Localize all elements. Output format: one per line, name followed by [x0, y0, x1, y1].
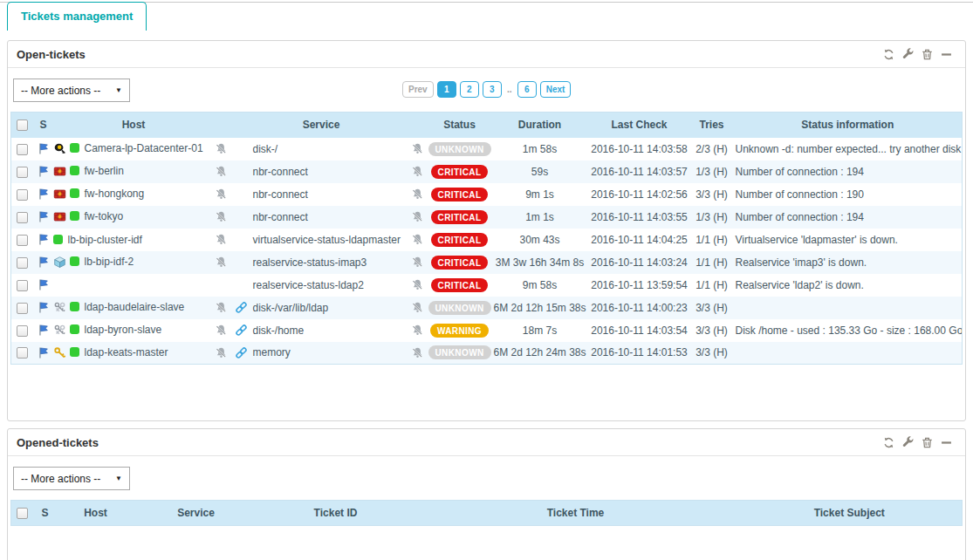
pagination-next[interactable]: Next: [540, 81, 572, 98]
column-severity: S: [34, 501, 57, 526]
service-link[interactable]: nbr-connect: [253, 211, 308, 223]
host-link[interactable]: ldap-keats-master: [85, 346, 168, 359]
open-tickets-table: S Host Service Status Duration Last Chec…: [10, 112, 963, 365]
select-all-checkbox[interactable]: [17, 508, 28, 519]
host-link[interactable]: fw-tokyo: [85, 210, 124, 222]
tries-cell: 3/3 (H): [690, 342, 734, 365]
link-icon[interactable]: [235, 301, 248, 314]
column-host: Host: [53, 113, 215, 138]
key-gold-icon: [53, 346, 66, 359]
bell-muted-icon: [215, 210, 228, 223]
duration-cell: 59s: [491, 160, 589, 183]
host-status-ok-square: [70, 211, 79, 221]
row-checkbox[interactable]: [17, 144, 28, 155]
pagination-6[interactable]: 6: [517, 81, 537, 98]
service-link[interactable]: disk-/var/lib/ldap: [253, 302, 329, 314]
link-icon[interactable]: [235, 346, 248, 359]
service-link[interactable]: nbr-connect: [253, 166, 308, 178]
tab-tickets-management[interactable]: Tickets management: [7, 2, 147, 31]
flag-icon: [37, 324, 50, 337]
host-link[interactable]: ldap-baudelaire-slave: [85, 301, 185, 313]
ticket-row: fw-hongkongnbr-connectCRITICAL9m 1s2016-…: [11, 183, 963, 206]
pagination-3[interactable]: 3: [483, 81, 502, 98]
opened-tickets-table: S Host Service Ticket ID Ticket Time Tic…: [10, 500, 963, 526]
pagination-prev[interactable]: Prev: [402, 81, 434, 98]
open-tickets-header: Open-tickets: [8, 41, 965, 68]
service-link[interactable]: realservice-status-imap3: [253, 256, 367, 269]
host-link[interactable]: Camera-lp-Datacenter-01: [85, 142, 203, 154]
bell-muted-icon: [215, 301, 228, 314]
service-link[interactable]: disk-/home: [253, 324, 305, 337]
wrench-icon[interactable]: [901, 48, 915, 61]
link-icon[interactable]: [235, 324, 248, 337]
collapse-icon[interactable]: [940, 48, 953, 61]
select-all-checkbox[interactable]: [17, 120, 28, 131]
row-checkbox[interactable]: [17, 212, 28, 223]
host-status-ok-square: [70, 302, 79, 311]
host-status-ok-square: [53, 235, 63, 244]
last-check-cell: 2016-10-11 14:02:56: [589, 183, 690, 206]
trash-icon[interactable]: [921, 436, 934, 449]
service-link[interactable]: realservice-status-ldap2: [253, 279, 364, 291]
more-actions-select[interactable]: -- More actions -- ▼: [13, 79, 130, 102]
flag-icon: [37, 278, 50, 291]
last-check-cell: 2016-10-11 14:03:54: [589, 319, 690, 342]
refresh-icon[interactable]: [882, 436, 895, 449]
refresh-icon[interactable]: [882, 48, 895, 61]
host-status-ok-square: [70, 166, 79, 175]
open-tickets-panel: Open-tickets -- More actions -- ▼ Prev12…: [7, 40, 966, 421]
flag-icon: [37, 346, 50, 359]
bell-muted-icon: [411, 301, 424, 314]
column-severity: S: [34, 113, 53, 138]
column-last-check: Last Check: [589, 113, 690, 138]
host-link[interactable]: lb-bip-idf-2: [85, 256, 134, 268]
firewall-icon: [53, 210, 66, 223]
status-information-cell: Virtualservice 'ldapmaster' is down.: [734, 229, 963, 251]
bell-muted-icon: [411, 346, 424, 359]
service-link[interactable]: memory: [253, 346, 291, 359]
bell-muted-icon: [411, 188, 424, 201]
opened-tickets-panel: Opened-tickets -- More actions -- ▼ S Ho…: [7, 428, 966, 560]
collapse-icon[interactable]: [940, 436, 953, 449]
column-ticket-id: Ticket ID: [257, 501, 415, 526]
panel-title: Opened-tickets: [17, 436, 99, 449]
host-link[interactable]: fw-berlin: [85, 165, 124, 177]
column-ticket-time: Ticket Time: [415, 501, 737, 526]
trash-icon[interactable]: [921, 48, 934, 61]
status-badge: UNKNOWN: [428, 301, 491, 315]
tries-cell: 1/3 (H): [690, 206, 734, 229]
more-actions-select[interactable]: -- More actions -- ▼: [13, 467, 130, 490]
row-checkbox[interactable]: [17, 235, 28, 246]
row-checkbox[interactable]: [17, 280, 28, 291]
bell-muted-icon: [215, 324, 228, 337]
service-link[interactable]: nbr-connect: [253, 188, 308, 201]
keys-icon: [53, 324, 66, 337]
pagination-1[interactable]: 1: [437, 81, 456, 98]
wrench-icon[interactable]: [901, 436, 915, 449]
more-actions-label: -- More actions --: [21, 473, 100, 485]
row-checkbox[interactable]: [17, 347, 28, 359]
ticket-row: realservice-status-ldap2CRITICAL9m 58s20…: [11, 274, 963, 297]
service-link[interactable]: disk-/: [253, 143, 278, 155]
status-badge: CRITICAL: [431, 256, 489, 270]
service-link[interactable]: virtualservice-status-ldapmaster: [253, 234, 401, 246]
last-check-cell: 2016-10-11 14:00:23: [589, 297, 690, 319]
row-checkbox[interactable]: [17, 189, 28, 201]
status-information-cell: Realservice 'ldap2' is down.: [734, 274, 963, 297]
ticket-row: ldap-byron-slavedisk-/homeWARNING18m 7s2…: [11, 319, 963, 342]
row-checkbox[interactable]: [17, 325, 28, 337]
duration-cell: 3M 3w 16h 34m 8s: [491, 251, 589, 274]
bell-muted-icon: [215, 233, 228, 246]
pagination-2[interactable]: 2: [460, 81, 479, 98]
row-checkbox[interactable]: [17, 257, 28, 269]
panel-empty-space: [8, 365, 965, 420]
status-badge: UNKNOWN: [428, 345, 491, 359]
host-link[interactable]: fw-hongkong: [85, 188, 145, 200]
column-service: Service: [135, 501, 257, 526]
row-checkbox[interactable]: [17, 303, 28, 314]
host-link[interactable]: lb-bip-cluster-idf: [68, 234, 142, 246]
host-link[interactable]: ldap-byron-slave: [85, 324, 162, 336]
panel-action-icons: [882, 436, 956, 449]
row-checkbox[interactable]: [17, 167, 28, 178]
pagination-ellipsis: ..: [505, 82, 514, 97]
